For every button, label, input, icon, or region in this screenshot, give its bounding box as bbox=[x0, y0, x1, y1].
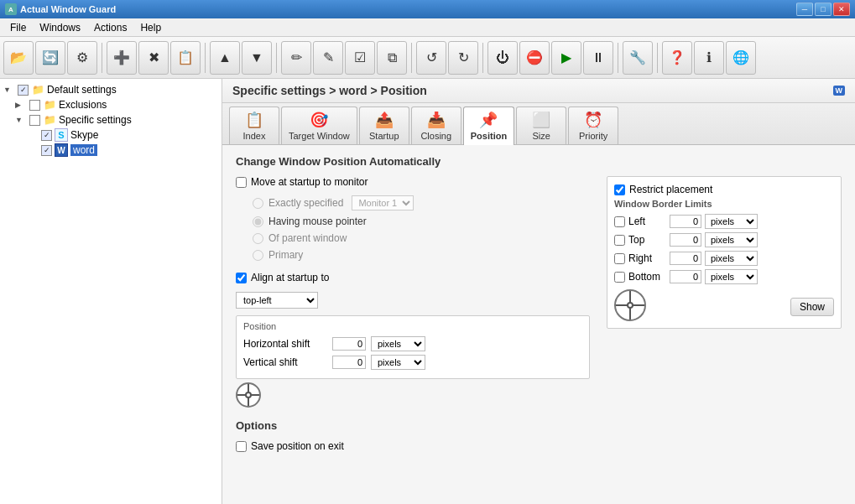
toolbar-check[interactable]: ☑ bbox=[345, 41, 375, 75]
tab-index[interactable]: 📋 Index bbox=[229, 107, 279, 144]
tab-startup[interactable]: 📤 Startup bbox=[359, 107, 409, 144]
toolbar-remove[interactable]: ✖ bbox=[138, 41, 169, 75]
restrict-target-icon[interactable] bbox=[614, 289, 646, 321]
toolbar-help[interactable]: ❓ bbox=[662, 41, 692, 75]
wbl-top-unit[interactable]: pixels percent bbox=[705, 232, 758, 247]
toolbar-open[interactable]: 📂 bbox=[3, 41, 34, 75]
vertical-shift-row: Vertical shift pixels percent bbox=[243, 355, 582, 370]
move-at-startup-label: Move at startup to monitor bbox=[251, 176, 368, 188]
toolbar-down[interactable]: ▼ bbox=[242, 41, 272, 75]
menu-windows[interactable]: Windows bbox=[33, 20, 87, 35]
toolbar-stop[interactable]: ⛔ bbox=[519, 41, 550, 75]
wbl-top-input[interactable] bbox=[670, 233, 701, 247]
horizontal-shift-unit[interactable]: pixels percent bbox=[371, 336, 425, 351]
tree-item-default-settings[interactable]: ▼ ✓ 📁 Default settings bbox=[3, 82, 218, 97]
horizontal-shift-input[interactable] bbox=[332, 337, 366, 351]
wbl-bottom-unit[interactable]: pixels percent bbox=[705, 269, 758, 284]
options-section: Options Save position on exit bbox=[236, 419, 842, 452]
tab-size[interactable]: ⬜ Size bbox=[516, 107, 566, 144]
align-select[interactable]: top-left top-center top-right center-lef… bbox=[236, 292, 318, 309]
toolbar-copy2[interactable]: ⧉ bbox=[377, 41, 407, 75]
wbl-top-checkbox[interactable] bbox=[614, 235, 625, 246]
toolbar-sep-2 bbox=[205, 43, 206, 73]
menu-help[interactable]: Help bbox=[133, 20, 168, 35]
radio-having-mouse-pointer[interactable] bbox=[253, 216, 263, 227]
horizontal-shift-row: Horizontal shift pixels percent bbox=[243, 336, 582, 351]
tab-icon-position: 📌 bbox=[479, 111, 498, 129]
tab-icon-target: 🎯 bbox=[310, 111, 328, 129]
vertical-shift-input[interactable] bbox=[332, 356, 366, 369]
restrict-placement-checkbox[interactable] bbox=[614, 184, 625, 195]
toolbar-settings[interactable]: ⚙ bbox=[67, 41, 97, 75]
toolbar-about[interactable]: 🌐 bbox=[726, 41, 756, 75]
tree-checkbox[interactable]: ✓ bbox=[41, 145, 52, 156]
wbl-left-input[interactable] bbox=[670, 215, 701, 228]
wbl-right-row: Right pixels percent bbox=[614, 251, 834, 266]
wbl-bottom-input[interactable] bbox=[670, 270, 701, 283]
radio-exactly-specified[interactable] bbox=[253, 198, 263, 209]
toolbar-up[interactable]: ▲ bbox=[210, 41, 240, 75]
save-position-checkbox[interactable] bbox=[236, 441, 247, 452]
monitor-radio-group: Exactly specified Monitor 1 Having mouse… bbox=[253, 193, 590, 263]
tree-item-word[interactable]: ✓ W word bbox=[3, 143, 218, 158]
wbl-left-unit[interactable]: pixels percent bbox=[705, 214, 758, 229]
tree-checkbox[interactable]: ✓ bbox=[41, 130, 52, 141]
tree-item-skype[interactable]: ✓ S Skype bbox=[3, 127, 218, 143]
wbl-left-label: Left bbox=[628, 216, 666, 227]
tree-checkbox[interactable]: ✓ bbox=[18, 85, 29, 96]
wbl-right-unit[interactable]: pixels percent bbox=[705, 251, 758, 266]
radio-of-parent-window[interactable] bbox=[253, 233, 263, 244]
tab-priority[interactable]: ⏰ Priority bbox=[568, 107, 618, 144]
radio-primary[interactable] bbox=[253, 250, 263, 261]
wbl-left-checkbox[interactable] bbox=[614, 216, 625, 227]
move-at-startup-checkbox[interactable] bbox=[236, 177, 247, 188]
tab-closing[interactable]: 📥 Closing bbox=[411, 107, 461, 144]
menu-file[interactable]: File bbox=[3, 20, 33, 35]
wbl-right-input[interactable] bbox=[670, 252, 701, 265]
horizontal-shift-label: Horizontal shift bbox=[243, 338, 327, 350]
toolbar-info[interactable]: ℹ bbox=[694, 41, 724, 75]
content-scroll[interactable]: Change Window Position Automatically Mov… bbox=[222, 145, 855, 504]
tree-item-specific-settings[interactable]: ▼ 📁 Specific settings bbox=[3, 112, 218, 127]
maximize-button[interactable]: □ bbox=[815, 3, 832, 16]
toolbar-rename[interactable]: ✏ bbox=[281, 41, 311, 75]
tab-position[interactable]: 📌 Position bbox=[463, 107, 514, 145]
radio-label-mouse-pointer: Having mouse pointer bbox=[268, 216, 367, 227]
toolbar-play[interactable]: ▶ bbox=[551, 41, 581, 75]
wbl-right-label: Right bbox=[628, 252, 666, 264]
close-button[interactable]: ✕ bbox=[833, 3, 850, 16]
minimize-button[interactable]: ─ bbox=[796, 3, 813, 16]
toolbar-power[interactable]: ⏻ bbox=[487, 41, 518, 75]
monitor-select[interactable]: Monitor 1 bbox=[352, 195, 414, 210]
align-at-startup-label: Align at startup to bbox=[251, 272, 329, 283]
radio-row-parent-window: Of parent window bbox=[253, 230, 590, 247]
tree-checkbox[interactable] bbox=[29, 115, 40, 126]
restrict-placement-label: Restrict placement bbox=[629, 184, 712, 195]
toolbar-tool[interactable]: 🔧 bbox=[623, 41, 653, 75]
wbl-bottom-checkbox[interactable] bbox=[614, 272, 625, 283]
menu-actions[interactable]: Actions bbox=[87, 20, 133, 35]
content-panel: Specific settings > word > Position W 📋 … bbox=[222, 79, 855, 504]
folder-icon: 📁 bbox=[31, 83, 44, 96]
show-button[interactable]: Show bbox=[790, 298, 834, 316]
toolbar-rename2[interactable]: ✎ bbox=[313, 41, 343, 75]
wbl-right-checkbox[interactable] bbox=[614, 253, 625, 264]
position-target-icon[interactable] bbox=[236, 382, 261, 408]
toolbar-undo[interactable]: ↺ bbox=[416, 41, 446, 75]
vertical-shift-unit[interactable]: pixels percent bbox=[371, 355, 425, 370]
vertical-shift-label: Vertical shift bbox=[243, 356, 327, 368]
toolbar-pause[interactable]: ⏸ bbox=[583, 41, 613, 75]
toolbar-add[interactable]: ➕ bbox=[107, 41, 137, 75]
app-icon: A bbox=[5, 3, 17, 15]
wbl-top-label: Top bbox=[628, 234, 666, 246]
tab-target-window[interactable]: 🎯 Target Window bbox=[281, 107, 357, 144]
align-at-startup-checkbox[interactable] bbox=[236, 273, 247, 283]
move-at-startup-row: Move at startup to monitor bbox=[236, 176, 590, 188]
restrict-placement-box: Restrict placement Window Border Limits … bbox=[607, 176, 842, 329]
radio-label-primary: Primary bbox=[268, 249, 303, 261]
toolbar-copy[interactable]: 📋 bbox=[170, 41, 201, 75]
toolbar-redo[interactable]: ↻ bbox=[448, 41, 478, 75]
tree-checkbox[interactable] bbox=[29, 100, 40, 111]
toolbar-reload[interactable]: 🔄 bbox=[35, 41, 65, 75]
tree-item-exclusions[interactable]: ▶ 📁 Exclusions bbox=[3, 97, 218, 112]
